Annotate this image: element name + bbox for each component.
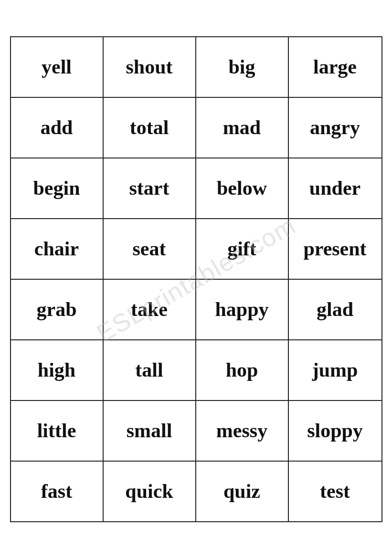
grid-cell-6-0: little [11,401,104,461]
word-label: quiz [223,480,260,503]
grid-row-0: yellshoutbiglarge [11,37,381,98]
grid-row-7: fastquickquiztest [11,462,381,521]
word-label: gift [227,237,256,260]
word-label: tall [135,358,163,381]
grid-cell-1-3: angry [289,98,381,158]
word-label: little [37,419,76,442]
grid-cell-3-2: gift [196,219,289,279]
grid-cell-5-0: high [11,340,104,400]
grid-cell-3-1: seat [104,219,196,279]
word-label: happy [215,298,268,321]
word-label: seat [133,237,166,260]
word-label: big [228,55,255,78]
grid-cell-5-1: tall [104,340,196,400]
word-label: take [131,298,168,321]
grid-cell-7-3: test [289,462,381,521]
grid-cell-0-0: yell [11,37,104,97]
word-label: start [129,177,170,200]
word-label: quick [125,480,173,503]
grid-cell-1-2: mad [196,98,289,158]
word-label: shout [126,55,172,78]
page: ESLprintables.com yellshoutbiglargeaddto… [0,0,392,558]
grid-row-4: grabtakehappyglad [11,280,381,340]
grid-cell-0-3: large [289,37,381,97]
word-label: add [41,116,73,139]
word-label: under [309,177,360,200]
word-label: glad [317,298,353,321]
grid-cell-7-1: quick [104,462,196,521]
word-label: below [217,177,267,200]
grid-cell-3-0: chair [11,219,104,279]
grid-cell-6-3: sloppy [289,401,381,461]
grid-row-2: beginstartbelowunder [11,158,381,219]
word-label: yell [42,55,72,78]
grid-cell-6-1: small [104,401,196,461]
word-grid: yellshoutbiglargeaddtotalmadangrybeginst… [10,36,382,522]
grid-cell-3-3: present [289,219,381,279]
grid-cell-7-2: quiz [196,462,289,521]
word-label: fast [41,480,72,503]
grid-cell-2-1: start [104,158,196,218]
grid-cell-2-3: under [289,158,381,218]
grid-row-3: chairseatgiftpresent [11,219,381,280]
word-label: hop [226,358,258,381]
word-label: grab [37,298,77,321]
grid-cell-6-2: messy [196,401,289,461]
grid-cell-4-3: glad [289,280,381,339]
word-label: small [127,419,172,442]
word-label: total [130,116,169,139]
word-label: begin [33,177,80,200]
grid-cell-5-3: jump [289,340,381,400]
grid-row-6: littlesmallmessysloppy [11,401,381,462]
grid-cell-2-0: begin [11,158,104,218]
grid-cell-2-2: below [196,158,289,218]
grid-row-5: hightallhopjump [11,340,381,401]
grid-cell-4-1: take [104,280,196,339]
grid-row-1: addtotalmadangry [11,98,381,158]
grid-cell-1-1: total [104,98,196,158]
word-label: jump [312,358,358,381]
grid-cell-1-0: add [11,98,104,158]
word-label: present [303,237,366,260]
word-label: messy [216,419,267,442]
word-label: test [320,480,350,503]
word-label: chair [34,237,79,260]
word-label: high [38,358,75,381]
grid-cell-4-2: happy [196,280,289,339]
word-label: angry [310,116,360,139]
word-label: sloppy [307,419,363,442]
word-label: mad [223,116,261,139]
grid-cell-5-2: hop [196,340,289,400]
grid-cell-4-0: grab [11,280,104,339]
grid-cell-0-2: big [196,37,289,97]
grid-cell-0-1: shout [104,37,196,97]
grid-cell-7-0: fast [11,462,104,521]
word-label: large [313,55,357,78]
